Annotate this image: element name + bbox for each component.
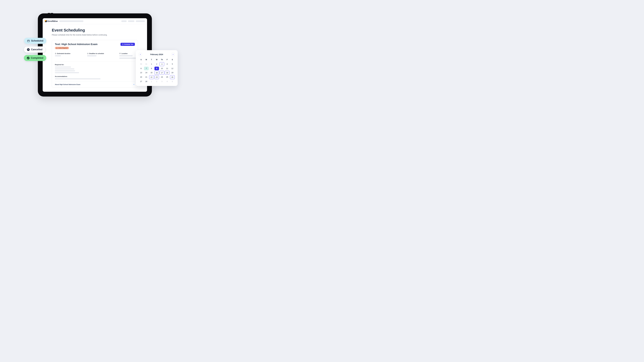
list-item-placeholder — [55, 66, 71, 67]
calendar-day[interactable]: 26 — [170, 75, 175, 79]
calendar-day[interactable]: 9 — [154, 67, 159, 70]
about-label: About High School Admission Exam — [55, 84, 80, 85]
svg-rect-4 — [28, 40, 30, 42]
duration-value-placeholder — [55, 55, 61, 56]
calendar-day[interactable]: 21 — [144, 75, 149, 79]
calendar-day: 1 — [149, 80, 154, 83]
calendar-day[interactable]: 17 — [160, 71, 164, 75]
pin-icon — [119, 53, 121, 54]
pill-label: Scheduled — [31, 39, 43, 42]
nav-placeholder — [59, 20, 84, 22]
calendar-day[interactable]: 8 — [149, 67, 154, 70]
status-pill-completed: Completed — [24, 55, 46, 61]
header-action-placeholder — [121, 20, 127, 22]
calendar-dow: M — [144, 58, 149, 62]
required-for-label: Required for: — [55, 64, 135, 65]
calendar-day: 3 — [160, 80, 164, 83]
calendar-next-button[interactable] — [172, 53, 175, 56]
warning-icon — [56, 47, 58, 49]
deadline-value-placeholder — [87, 55, 96, 56]
main-content: Event Scheduling Please schedule time fo… — [43, 24, 147, 92]
calendar-day[interactable]: 7 — [144, 67, 149, 70]
badge-label: Action Required — [58, 47, 68, 49]
header-action-placeholder — [128, 20, 134, 22]
calendar-popover: February 2024 SMTWThFS303112345678910111… — [136, 50, 178, 86]
pill-label: Completed — [31, 56, 43, 59]
calendar-prev-button[interactable] — [139, 53, 142, 56]
brand-name: EnrollWise — [47, 20, 58, 22]
list-item-placeholder — [55, 68, 74, 69]
cancel-icon — [27, 48, 30, 51]
list-item-placeholder — [55, 70, 75, 71]
calendar-day: 5 — [170, 80, 175, 83]
schedule-test-button[interactable]: Schedule Test — [120, 43, 135, 46]
clock-icon — [87, 53, 88, 54]
tablet-frame: EnrollWise Event Scheduling Please sched… — [38, 13, 152, 96]
calendar-month-label: February 2024 — [150, 53, 163, 55]
calendar-dow: F — [165, 58, 170, 62]
calendar-day[interactable]: 23 — [154, 75, 159, 79]
status-pill-cancelled: Cancelled — [24, 46, 46, 53]
next-card-placeholder — [52, 91, 138, 92]
meta-duration-label: Estimated duration — [55, 53, 75, 54]
check-circle-icon — [27, 57, 30, 59]
calendar-day[interactable]: 14 — [144, 71, 149, 75]
about-expander[interactable]: About High School Admission Exam — [55, 82, 135, 87]
logo-mark-icon — [45, 20, 47, 22]
calendar-day[interactable]: 24 — [160, 75, 164, 79]
header-action-placeholder — [136, 20, 145, 22]
calendar-dow: W — [154, 58, 159, 62]
clock-icon — [55, 53, 56, 54]
calendar-day[interactable]: 20 — [139, 75, 144, 79]
calendar-day[interactable]: 3 — [160, 62, 164, 66]
calendar-dow: S — [139, 58, 144, 62]
calendar-dow: S — [170, 58, 175, 62]
schedule-button-label: Schedule Test — [124, 43, 133, 45]
calendar-day: 4 — [165, 80, 170, 83]
calendar-day[interactable]: 12 — [170, 67, 175, 70]
event-title: Test: High School Admission Exam — [55, 43, 98, 46]
calendar-day[interactable]: 2 — [154, 62, 159, 66]
calendar-day[interactable]: 16 — [154, 71, 159, 75]
chevron-right-icon — [172, 54, 174, 55]
status-pill-scheduled: Scheduled — [24, 38, 46, 44]
calendar-day[interactable]: 28 — [144, 80, 149, 83]
meta-deadline-label: Deadline to schedule — [87, 53, 107, 54]
calendar-day[interactable]: 22 — [149, 75, 154, 79]
app-screen: EnrollWise Event Scheduling Please sched… — [43, 18, 147, 92]
calendar-day: 30 — [139, 62, 144, 66]
calendar-day[interactable]: 5 — [170, 62, 175, 66]
calendar-day[interactable]: 10 — [160, 67, 164, 70]
status-badge-action-required: Action Required — [55, 47, 69, 49]
calendar-day[interactable]: 13 — [139, 71, 144, 75]
location-value-placeholder — [119, 55, 133, 56]
calendar-day[interactable]: 18 — [165, 71, 170, 75]
calendar-day: 2 — [154, 80, 159, 83]
calendar-day[interactable]: 15 — [149, 71, 154, 75]
calendar-day[interactable]: 25 — [165, 75, 170, 79]
svg-point-3 — [120, 53, 120, 53]
accommodations-label: Accommodations — [55, 76, 135, 77]
chevron-down-icon — [133, 83, 135, 85]
calendar-day[interactable]: 27 — [139, 80, 144, 83]
event-card: Test: High School Admission Exam Action … — [52, 40, 138, 87]
chevron-left-icon — [140, 54, 141, 55]
list-item-placeholder — [55, 72, 79, 73]
calendar-day[interactable]: 6 — [139, 67, 144, 70]
calendar-day[interactable]: 1 — [149, 62, 154, 66]
calendar-day[interactable]: 11 — [165, 67, 170, 70]
calendar-dow: T — [149, 58, 154, 62]
calendar-icon — [27, 39, 30, 42]
brand-logo[interactable]: EnrollWise — [45, 20, 58, 22]
calendar-grid: SMTWThFS30311234567891011121314151617181… — [139, 58, 175, 83]
required-for-list — [55, 66, 135, 73]
calendar-dow: Th — [160, 58, 164, 62]
page-subtitle: Please schedule time for the events list… — [52, 34, 138, 36]
svg-rect-0 — [122, 44, 123, 45]
calendar-day[interactable]: 4 — [165, 62, 170, 66]
accommodations-placeholder — [55, 78, 100, 79]
calendar-day: 31 — [144, 62, 149, 66]
calendar-day[interactable]: 19 — [170, 71, 175, 75]
pill-label: Cancelled — [31, 48, 42, 51]
calendar-icon — [122, 43, 124, 45]
